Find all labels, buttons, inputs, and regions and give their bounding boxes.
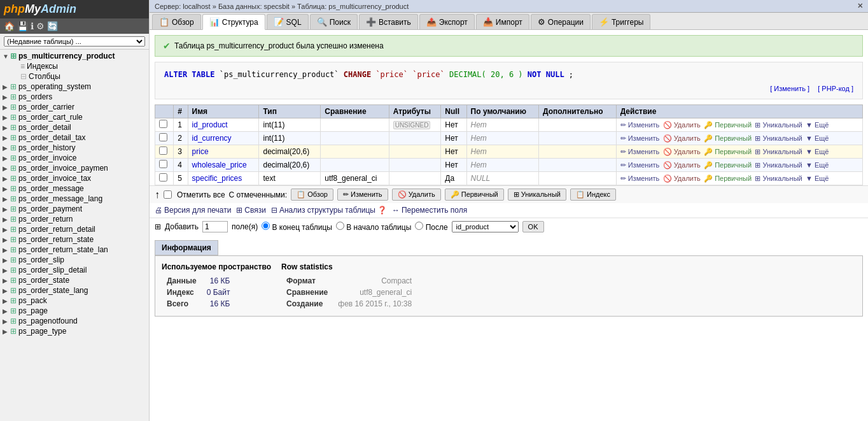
sidebar-item-ps_pack[interactable]: ▶⊞ps_pack xyxy=(0,296,149,306)
sidebar-item-ps_order_cart_rule[interactable]: ▶⊞ps_order_cart_rule xyxy=(0,112,149,122)
sidebar-item-ps_page_type[interactable]: ▶⊞ps_page_type xyxy=(0,326,149,336)
sql-edit-link[interactable]: [ Изменить ] xyxy=(770,85,809,92)
sidebar-item-ps_pagenotfound[interactable]: ▶⊞ps_pagenotfound xyxy=(0,316,149,326)
analyze-link[interactable]: ⊟ Анализ структуры таблицы ❓ xyxy=(271,206,387,215)
more-action[interactable]: ▼ Ещё xyxy=(806,134,829,142)
edit-action[interactable]: ✏ Изменить xyxy=(620,134,660,143)
toolbar-overview-btn[interactable]: 📋 Обзор xyxy=(291,189,333,201)
unique-action[interactable]: ⊞ Уникальный xyxy=(755,134,802,143)
unique-action[interactable]: ⊞ Уникальный xyxy=(755,121,802,129)
sidebar-item-ps_orders[interactable]: ▶⊞ps_orders xyxy=(0,92,149,102)
sidebar-item-ps_order_return[interactable]: ▶⊞ps_order_return xyxy=(0,214,149,224)
sidebar-item-ps_order_invoice[interactable]: ▶⊞ps_order_invoice xyxy=(0,153,149,163)
row-checkbox[interactable] xyxy=(155,159,174,172)
unique-action[interactable]: ⊞ Уникальный xyxy=(755,148,802,156)
sidebar-item-ps_order_detail[interactable]: ▶⊞ps_order_detail xyxy=(0,122,149,132)
sidebar-item-ps_order_return_detail[interactable]: ▶⊞ps_order_return_detail xyxy=(0,224,149,234)
row-collation: utf8_general_ci xyxy=(321,172,389,185)
tab-triggers[interactable]: ⚡ Триггеры xyxy=(592,14,651,29)
unique-action[interactable]: ⊞ Уникальный xyxy=(755,175,802,183)
row-checkbox[interactable] xyxy=(155,145,174,159)
primary-action[interactable]: 🔑 Первичный xyxy=(704,161,752,169)
home-icon[interactable]: 🏠 xyxy=(4,21,15,31)
print-link[interactable]: 🖨 Версия для печати xyxy=(155,206,231,215)
more-action[interactable]: ▼ Ещё xyxy=(806,161,829,169)
relations-link[interactable]: ⊞ Связи xyxy=(236,206,266,215)
add-count-input[interactable] xyxy=(202,221,228,232)
tab-sql[interactable]: 📝 SQL xyxy=(267,14,309,29)
sql-phpcode-link[interactable]: [ PHP-код ] xyxy=(818,85,853,92)
sidebar-item-ps_order_return_state[interactable]: ▶⊞ps_order_return_state xyxy=(0,234,149,245)
more-action[interactable]: ▼ Ещё xyxy=(806,175,829,182)
info-icon[interactable]: ℹ xyxy=(31,21,34,31)
tab-overview[interactable]: 📋 Обзор xyxy=(152,14,201,29)
refresh-icon[interactable]: 🔄 xyxy=(47,21,58,31)
edit-action[interactable]: ✏ Изменить xyxy=(620,121,660,129)
tab-export[interactable]: 📤 Экспорт xyxy=(419,14,475,29)
edit-action[interactable]: ✏ Изменить xyxy=(620,148,660,156)
tab-import[interactable]: 📥 Импорт xyxy=(476,14,529,29)
unique-action[interactable]: ⊞ Уникальный xyxy=(755,161,802,169)
move-link[interactable]: ↔ Переместить поля xyxy=(392,206,467,215)
sidebar-item-ps_order_slip_detail[interactable]: ▶⊞ps_order_slip_detail xyxy=(0,265,149,275)
sidebar-item-ps_order_detail_tax[interactable]: ▶⊞ps_order_detail_tax xyxy=(0,132,149,143)
primary-action[interactable]: 🔑 Первичный xyxy=(704,175,752,183)
save-icon[interactable]: 💾 xyxy=(17,21,28,31)
delete-action[interactable]: 🚫 Удалить xyxy=(663,175,701,183)
sidebar-item-ps_order_invoice_tax[interactable]: ▶⊞ps_order_invoice_tax xyxy=(0,173,149,183)
tab-search[interactable]: 🔍 Поиск xyxy=(310,14,358,29)
toolbar-primary-btn[interactable]: 🔑 Первичный xyxy=(445,189,504,201)
delete-action[interactable]: 🚫 Удалить xyxy=(663,161,701,169)
start-radio[interactable] xyxy=(336,222,344,230)
tab-structure[interactable]: 📊 Структура xyxy=(202,14,265,30)
sidebar-item-ps_order_invoice_paymen[interactable]: ▶⊞ps_order_invoice_paymen xyxy=(0,163,149,173)
edit-action[interactable]: ✏ Изменить xyxy=(620,161,660,169)
more-action[interactable]: ▼ Ещё xyxy=(806,148,829,155)
sidebar-item-ps_order_state_lang[interactable]: ▶⊞ps_order_state_lang xyxy=(0,285,149,296)
primary-action[interactable]: 🔑 Первичный xyxy=(704,121,752,129)
after-column-select[interactable]: id_product id_currency price wholesale_p… xyxy=(452,221,519,232)
row-checkbox[interactable] xyxy=(155,118,174,132)
tab-insert[interactable]: ➕ Вставить xyxy=(359,14,418,29)
settings-icon[interactable]: ⚙ xyxy=(36,21,45,31)
sidebar-item-ps_order_return_state_lan[interactable]: ▶⊞ps_order_return_state_lan xyxy=(0,245,149,255)
sidebar-item-ps_page[interactable]: ▶⊞ps_page xyxy=(0,306,149,316)
primary-action[interactable]: 🔑 Первичный xyxy=(704,134,752,143)
close-icon[interactable]: ✕ xyxy=(857,2,863,10)
delete-action[interactable]: 🚫 Удалить xyxy=(663,121,701,129)
toolbar-unique-btn[interactable]: ⊞ Уникальный xyxy=(508,189,566,201)
sidebar-item-ps_order_payment[interactable]: ▶⊞ps_order_payment xyxy=(0,204,149,214)
more-action[interactable]: ▼ Ещё xyxy=(806,121,829,129)
row-checkbox[interactable] xyxy=(155,172,174,185)
col-name-link[interactable]: price xyxy=(192,147,209,156)
add-ok-button[interactable]: OK xyxy=(522,221,544,232)
end-radio[interactable] xyxy=(262,222,270,230)
delete-action[interactable]: 🚫 Удалить xyxy=(663,134,701,143)
toolbar-index-btn[interactable]: 📋 Индекс xyxy=(570,189,616,201)
sidebar-item-ps_operating_system[interactable]: ▶⊞ps_operating_system xyxy=(0,82,149,92)
sidebar-item-ps_order_history[interactable]: ▶⊞ps_order_history xyxy=(0,143,149,153)
primary-action[interactable]: 🔑 Первичный xyxy=(704,148,752,156)
check-all-checkbox[interactable] xyxy=(164,190,172,199)
col-name-link[interactable]: wholesale_price xyxy=(192,161,247,169)
after-radio[interactable] xyxy=(415,222,423,230)
delete-action[interactable]: 🚫 Удалить xyxy=(663,148,701,156)
edit-action[interactable]: ✏ Изменить xyxy=(620,175,660,183)
sidebar-item-active-table[interactable]: ▼ ⊞ ps_multicurrency_product xyxy=(0,51,149,61)
recent-tables-select[interactable]: (Недавние таблицы) ... xyxy=(4,36,145,46)
toolbar-delete-btn[interactable]: 🚫 Удалить xyxy=(392,189,441,201)
sidebar-item-ps_order_message[interactable]: ▶⊞ps_order_message xyxy=(0,183,149,194)
col-name-link[interactable]: id_currency xyxy=(192,134,232,143)
sidebar-item-indexes[interactable]: ≡ Индексы xyxy=(10,61,149,71)
sidebar-item-ps_order_carrier[interactable]: ▶⊞ps_order_carrier xyxy=(0,102,149,112)
sidebar-item-ps_order_slip[interactable]: ▶⊞ps_order_slip xyxy=(0,255,149,265)
sidebar-item-ps_order_message_lang[interactable]: ▶⊞ps_order_message_lang xyxy=(0,194,149,204)
sidebar-item-ps_order_state[interactable]: ▶⊞ps_order_state xyxy=(0,275,149,285)
col-name-link[interactable]: specific_prices xyxy=(192,174,242,183)
sidebar-item-columns[interactable]: ⊟ Столбцы xyxy=(10,71,149,82)
tab-operations[interactable]: ⚙ Операции xyxy=(531,14,591,29)
row-checkbox[interactable] xyxy=(155,132,174,145)
col-name-link[interactable]: id_product xyxy=(192,120,228,129)
recent-tables-dropdown[interactable]: (Недавние таблицы) ... xyxy=(0,34,149,50)
toolbar-edit-btn[interactable]: ✏ Изменить xyxy=(337,189,388,201)
